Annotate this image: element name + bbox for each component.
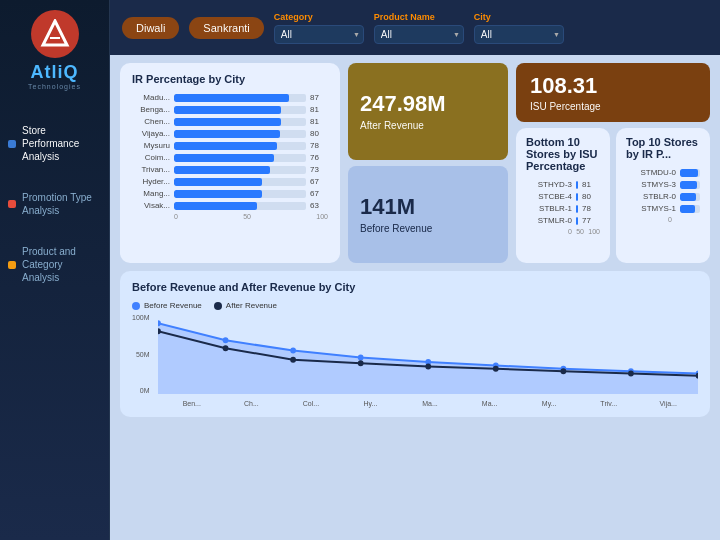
product-select[interactable]: All <box>374 25 464 44</box>
ir-chart-title: IR Percentage by City <box>132 73 328 85</box>
top10-bar-row: STMYS-3 <box>626 180 700 189</box>
bar-track <box>174 94 306 102</box>
after-revenue-label: After Revenue <box>360 120 496 131</box>
bar-fill <box>174 94 289 102</box>
bar-value: 73 <box>310 165 328 174</box>
category-filter-label: Category <box>274 12 364 22</box>
x-axis-label: Ch... <box>222 400 282 407</box>
bar-label: STBLR-1 <box>526 204 572 213</box>
ir-axis: 0 50 100 <box>132 213 328 220</box>
bar-label: Madu... <box>132 93 170 102</box>
top10-bars: STMDU-0 STMYS-3 STBLR-0 STMYS-1 <box>626 168 700 213</box>
city-filter-label: City <box>474 12 564 22</box>
line-chart-panel: Before Revenue and After Revenue by City… <box>120 271 710 417</box>
svg-marker-0 <box>43 21 67 45</box>
before-dot <box>290 348 296 354</box>
bar-label: STMYS-1 <box>626 204 676 213</box>
logo-sub: Technologies <box>28 83 81 90</box>
bar-value: 78 <box>582 204 600 213</box>
bar-value: 80 <box>582 192 600 201</box>
y-axis-labels: 100M 50M 0M <box>132 314 154 394</box>
bar-value: 87 <box>310 93 328 102</box>
bottom10-title: Bottom 10 Stores by ISU Percentage <box>526 136 600 172</box>
legend-after: After Revenue <box>214 301 277 310</box>
x-axis-labels: Ben...Ch...Col...Hy...Ma...Ma...My...Tri… <box>132 400 698 407</box>
city-filter-group: City All <box>474 12 564 44</box>
bar-fill <box>576 217 578 225</box>
isu-metric-card: 108.31 ISU Percentage <box>516 63 710 122</box>
diwali-button[interactable]: Diwali <box>122 17 179 39</box>
bottom10-bar-row: STHYD-3 81 <box>526 180 600 189</box>
ir-bar-row: Trivan... 73 <box>132 165 328 174</box>
before-dot <box>222 337 228 343</box>
before-legend-dot <box>132 302 140 310</box>
bar-label: Benga... <box>132 105 170 114</box>
bar-fill <box>174 178 262 186</box>
after-dot <box>492 366 498 372</box>
top10-panel: Top 10 Stores by IR P... STMDU-0 STMYS-3… <box>616 128 710 263</box>
bar-label: Mysuru <box>132 141 170 150</box>
bar-label: STMDU-0 <box>626 168 676 177</box>
bar-label: Visak... <box>132 201 170 210</box>
bar-track <box>174 166 306 174</box>
product-filter-label: Product Name <box>374 12 464 22</box>
bar-fill <box>174 130 280 138</box>
sidebar-item-promotion-type[interactable]: Promotion Type Analysis <box>0 179 109 229</box>
bar-fill <box>174 118 281 126</box>
after-legend-dot <box>214 302 222 310</box>
svg-container <box>158 314 698 398</box>
city-select-wrapper[interactable]: All <box>474 24 564 44</box>
ir-axis-0: 0 <box>174 213 178 220</box>
category-select-wrapper[interactable]: All <box>274 24 364 44</box>
bar-track <box>680 181 700 189</box>
bar-label: Chen... <box>132 117 170 126</box>
ir-bar-row: Mang... 67 <box>132 189 328 198</box>
legend-before: Before Revenue <box>132 301 202 310</box>
bar-track <box>576 181 578 189</box>
bottom10-bar-row: STCBE-4 80 <box>526 192 600 201</box>
bar-track <box>576 205 578 213</box>
line-chart-title: Before Revenue and After Revenue by City <box>132 281 698 293</box>
bar-fill <box>680 205 695 213</box>
bar-fill <box>174 202 257 210</box>
bar-label: Coim... <box>132 153 170 162</box>
x-axis-label: Vija... <box>639 400 699 407</box>
product-select-wrapper[interactable]: All <box>374 24 464 44</box>
legend-after-label: After Revenue <box>226 301 277 310</box>
ir-bar-row: Visak... 63 <box>132 201 328 210</box>
stores-row: Bottom 10 Stores by ISU Percentage STHYD… <box>516 128 710 263</box>
promo-nav-dot <box>8 200 16 208</box>
after-revenue-card: 247.98M After Revenue <box>348 63 508 160</box>
bar-label: Trivan... <box>132 165 170 174</box>
ir-bar-row: Chen... 81 <box>132 117 328 126</box>
bar-value: 80 <box>310 129 328 138</box>
sidebar-item-store-performance[interactable]: Store Performance Analysis <box>0 112 109 175</box>
bar-fill <box>174 154 274 162</box>
bar-track <box>174 202 306 210</box>
bar-fill <box>174 106 281 114</box>
logo-text: AtliQ <box>31 62 79 83</box>
x-axis-label: My... <box>519 400 579 407</box>
bar-value: 78 <box>310 141 328 150</box>
city-select[interactable]: All <box>474 25 564 44</box>
bottom10-bar-row: STMLR-0 77 <box>526 216 600 225</box>
bar-label: STMYS-3 <box>626 180 676 189</box>
bar-value: 77 <box>582 216 600 225</box>
sankranti-button[interactable]: Sankranti <box>189 17 263 39</box>
bar-label: Vijaya... <box>132 129 170 138</box>
bar-value: 76 <box>310 153 328 162</box>
y-label-50m: 50M <box>132 351 150 358</box>
ir-bar-row: Mysuru 78 <box>132 141 328 150</box>
bar-track <box>174 118 306 126</box>
bar-track <box>174 190 306 198</box>
category-filter-group: Category All <box>274 12 364 44</box>
after-dot <box>560 368 566 374</box>
category-select[interactable]: All <box>274 25 364 44</box>
line-chart-legend: Before Revenue After Revenue <box>132 301 698 310</box>
sidebar-item-product-category[interactable]: Product and Category Analysis <box>0 233 109 296</box>
isu-label: ISU Percentage <box>530 101 696 112</box>
bottom10-bar-row: STBLR-1 78 <box>526 204 600 213</box>
metrics-column: 247.98M After Revenue 141M Before Revenu… <box>348 63 508 263</box>
after-dot <box>290 357 296 363</box>
after-dot <box>425 364 431 370</box>
